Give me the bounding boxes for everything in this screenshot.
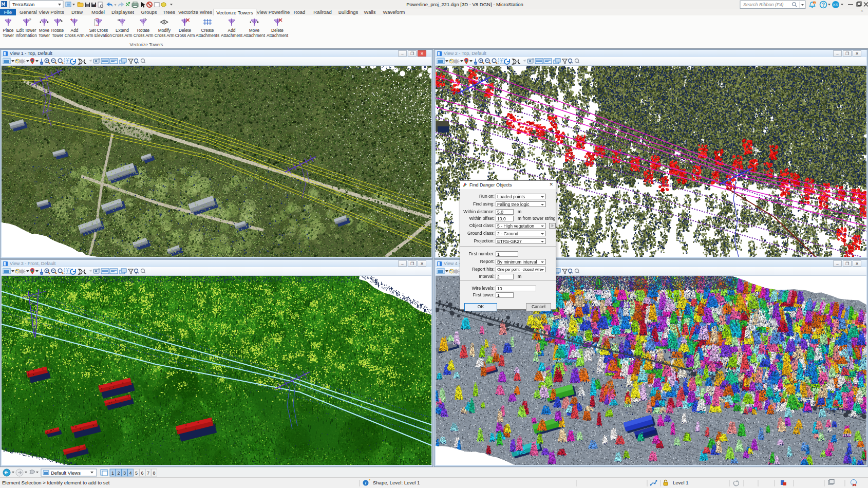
svg-text:Search Ribbon (F4): Search Ribbon (F4) <box>743 2 784 7</box>
svg-text:KS: KS <box>833 3 838 7</box>
svg-text:3: 3 <box>123 471 126 476</box>
svg-text:1: 1 <box>111 471 114 476</box>
svg-text:Powerline_proj_221.dgn [3D - V: Powerline_proj_221.dgn [3D - V8 DGN] - M… <box>406 2 523 7</box>
svg-text:4: 4 <box>129 471 131 476</box>
svg-text:?: ? <box>822 2 825 8</box>
svg-text:8: 8 <box>153 471 155 476</box>
svg-text:TerraScan: TerraScan <box>12 2 34 7</box>
svg-text:6: 6 <box>141 471 143 476</box>
svg-text:!: ! <box>96 4 97 8</box>
svg-text:Default Views: Default Views <box>51 470 81 476</box>
svg-text:7: 7 <box>147 471 149 476</box>
svg-text:2: 2 <box>814 1 815 4</box>
svg-text:?: ? <box>29 17 31 22</box>
svg-text:5: 5 <box>135 471 138 476</box>
svg-text:2: 2 <box>117 471 120 476</box>
